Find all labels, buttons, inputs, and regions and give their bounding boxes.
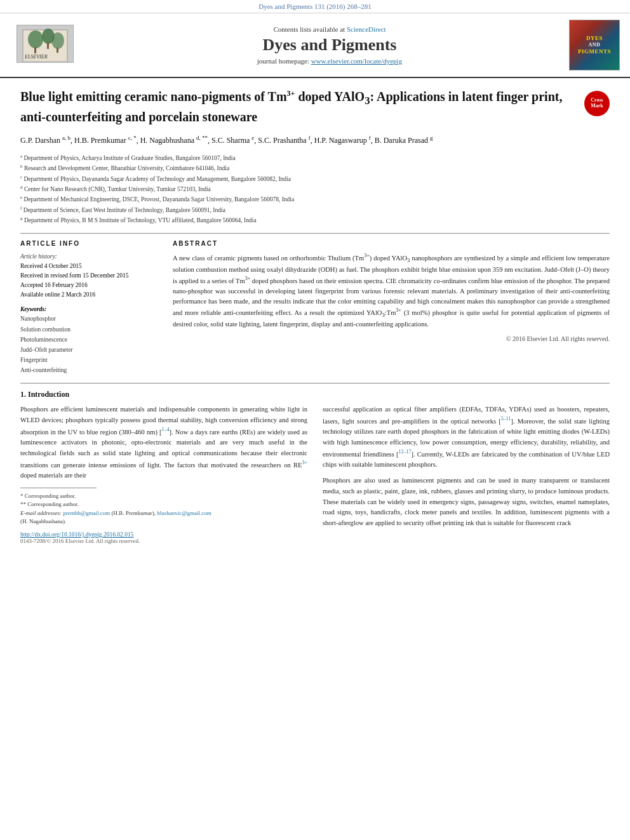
authors: G.P. Darshan a, b, H.B. Premkumar c, *, … — [20, 133, 610, 147]
email-link-2[interactable]: blushanvic@gmail.com — [157, 510, 211, 516]
keyword-1: Nanophosphor — [20, 314, 160, 324]
journal-header: ELSEVIER Contents lists available at Sci… — [0, 13, 630, 78]
email-link-1[interactable]: premhb@gmail.com — [63, 510, 110, 516]
received-date: Received 4 October 2015 — [20, 262, 160, 271]
logo-image: ELSEVIER — [17, 25, 74, 63]
crossmark-icon: CrossMark — [584, 91, 610, 116]
keyword-4: Judd–Ofelt parameter — [20, 345, 160, 355]
article-main: Blue light emitting ceramic nano-pigment… — [0, 78, 630, 554]
intro-text-left: Phosphors are efficient luminescent mate… — [20, 404, 307, 481]
article-title: Blue light emitting ceramic nano-pigment… — [20, 88, 574, 126]
revised-date: Received in revised form 15 December 201… — [20, 271, 160, 281]
svg-point-3 — [51, 32, 64, 49]
copyright: © 2016 Elsevier Ltd. All rights reserved… — [173, 335, 610, 342]
abstract-section: ABSTRACT A new class of ceramic pigments… — [173, 240, 610, 376]
keyword-6: Anti-counterfeiting — [20, 365, 160, 375]
available-date: Available online 2 March 2016 — [20, 290, 160, 300]
intro-heading: 1. Introduction — [20, 390, 610, 399]
doi-url[interactable]: http://dx.doi.org/10.1016/j.dyepig.2016.… — [20, 531, 133, 538]
section-divider — [20, 233, 610, 234]
keyword-3: Photoluminescence — [20, 335, 160, 345]
svg-rect-5 — [47, 43, 49, 49]
footnote-1: * Corresponding author. ** Corresponding… — [20, 492, 307, 526]
keywords-section: Keywords: Nanophosphor Solution combusti… — [20, 306, 160, 375]
homepage-link[interactable]: www.elsevier.com/locate/dyepig — [311, 57, 402, 65]
svg-rect-4 — [34, 47, 36, 53]
keyword-5: Fingerprint — [20, 355, 160, 365]
thumb-label: DYES AND PIGMENTS — [578, 35, 611, 55]
svg-text:ELSEVIER: ELSEVIER — [24, 54, 48, 60]
svg-rect-6 — [57, 48, 58, 53]
sci-direct-link[interactable]: ScienceDirect — [347, 25, 386, 33]
keyword-2: Solution combustion — [20, 324, 160, 335]
svg-point-1 — [28, 30, 43, 48]
two-column-layout: Phosphors are efficient luminescent mate… — [20, 404, 610, 544]
footnote-divider — [20, 488, 97, 488]
keywords-label: Keywords: — [20, 306, 160, 312]
doi-link: http://dx.doi.org/10.1016/j.dyepig.2016.… — [20, 531, 307, 538]
article-info-label: ARTICLE INFO — [20, 240, 160, 247]
keywords-list: Nanophosphor Solution combustion Photolu… — [20, 314, 160, 375]
journal-center: Contents lists available at ScienceDirec… — [90, 25, 569, 65]
crossmark: CrossMark — [584, 91, 610, 116]
history-label: Article history: — [20, 252, 160, 262]
article-title-section: Blue light emitting ceramic nano-pigment… — [20, 88, 610, 126]
section-divider-2 — [20, 383, 610, 383]
sci-direct-line: Contents lists available at ScienceDirec… — [90, 25, 569, 33]
article-history: Article history: Received 4 October 2015… — [20, 252, 160, 300]
issn-text: 0143-7208/© 2016 Elsevier Ltd. All right… — [20, 538, 307, 544]
intro-text-right-2: Phosphors are also used as luminescent p… — [323, 476, 610, 529]
elsevier-logo: ELSEVIER — [10, 25, 80, 65]
introduction-section: 1. Introduction Phosphors are efficient … — [20, 390, 610, 544]
abstract-label: ABSTRACT — [173, 240, 610, 247]
article-info: ARTICLE INFO Article history: Received 4… — [20, 240, 160, 376]
intro-col-right: successful application as optical fiber … — [323, 404, 610, 544]
journal-citation: Dyes and Pigments 131 (2016) 268–281 — [0, 0, 630, 13]
intro-text-right-1: successful application as optical fiber … — [323, 404, 610, 470]
affiliations: a Department of Physics, Acharya Institu… — [20, 153, 610, 225]
homepage-line: journal homepage: www.elsevier.com/locat… — [90, 57, 569, 65]
journal-thumbnail: DYES AND PIGMENTS — [569, 20, 620, 70]
journal-title: Dyes and Pigments — [90, 36, 569, 55]
article-info-abstract: ARTICLE INFO Article history: Received 4… — [20, 240, 610, 376]
intro-col-left: Phosphors are efficient luminescent mate… — [20, 404, 307, 544]
abstract-text: A new class of ceramic pigments based on… — [173, 252, 610, 330]
accepted-date: Accepted 16 February 2016 — [20, 281, 160, 290]
